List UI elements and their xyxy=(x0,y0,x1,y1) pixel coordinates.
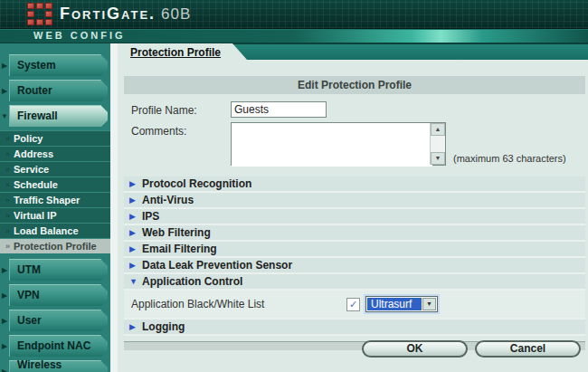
sidebar-item-router[interactable]: ▶ Router xyxy=(0,80,110,101)
sidebar-item-virtual-ip[interactable]: » Virtual IP xyxy=(0,207,110,223)
section-label: Anti-Virus xyxy=(142,194,194,206)
form-footer: OK Cancel xyxy=(124,340,585,364)
main-content: Protection Profile Edit Protection Profi… xyxy=(118,43,588,372)
submenu-item-label: Service xyxy=(14,164,49,175)
submenu-bullet-icon: » xyxy=(5,196,10,205)
triangle-right-icon: ▶ xyxy=(129,261,142,270)
section-anti-virus[interactable]: ▶ Anti-Virus xyxy=(124,193,585,209)
fortigate-web-config-window: FortiGate. 60B WEB CONFIG ▶ System ▶ Rou… xyxy=(0,0,588,372)
selected-option: Ultrasurf xyxy=(367,298,422,310)
sidebar-item-protection-profile[interactable]: » Protection Profile xyxy=(0,238,110,253)
section-label: Logging xyxy=(142,320,185,333)
application-blackwhite-list-label: Application Black/White List xyxy=(124,298,346,310)
submenu-item-label: Policy xyxy=(14,133,43,144)
section-label: Application Control xyxy=(142,275,242,288)
section-label: Email Filtering xyxy=(142,243,217,255)
dropdown-arrow-icon: ▼ xyxy=(422,298,436,310)
triangle-down-icon: ▼ xyxy=(129,277,142,286)
sidebar-item-vpn[interactable]: ▶ VPN xyxy=(0,284,110,306)
submenu-bullet-icon: » xyxy=(5,180,10,189)
checkmark-icon: ✓ xyxy=(349,299,357,310)
sidebar-item-endpoint-nac[interactable]: ▶ Endpoint NAC xyxy=(0,335,110,357)
submenu-bullet-icon: » xyxy=(5,134,10,143)
submenu-item-label: Load Balance xyxy=(14,225,79,236)
sidebar-item-policy[interactable]: » Policy xyxy=(0,130,110,146)
triangle-right-icon: ▶ xyxy=(129,244,142,253)
comments-max-note: (maximum 63 characters) xyxy=(453,153,566,166)
sidebar-item-label: User xyxy=(17,314,42,327)
sidebar-item-label: VPN xyxy=(17,289,40,301)
model-name: 60B xyxy=(161,5,191,24)
sidebar-item-label: System xyxy=(17,59,56,72)
section-email-filtering[interactable]: ▶ Email Filtering xyxy=(124,242,585,258)
application-list-select[interactable]: Ultrasurf ▼ xyxy=(365,296,438,312)
sidebar-item-label: Wireless Controller xyxy=(17,358,108,372)
sidebar-item-system[interactable]: ▶ System xyxy=(0,54,110,76)
comments-textarea[interactable] xyxy=(232,123,432,167)
tab-bar-fill xyxy=(232,43,588,60)
chevron-right-icon: ▶ xyxy=(0,54,9,76)
section-ips[interactable]: ▶ IPS xyxy=(124,209,585,225)
app-header: FortiGate. 60B xyxy=(0,0,588,29)
sidebar-item-user[interactable]: ▶ User xyxy=(0,310,110,331)
application-blackwhite-list-row: Application Black/White List ✓ Ultrasurf… xyxy=(124,291,585,320)
section-label: Web Filtering xyxy=(142,226,211,239)
sidebar-item-label: Firewall xyxy=(17,110,58,122)
tab-label: Protection Profile xyxy=(130,46,221,59)
sidebar-item-traffic-shaper[interactable]: » Traffic Shaper xyxy=(0,192,110,207)
triangle-right-icon: ▶ xyxy=(129,322,142,331)
section-label: IPS xyxy=(142,210,159,223)
section-data-leak-prevention[interactable]: ▶ Data Leak Prevention Sensor xyxy=(124,258,585,274)
cancel-button[interactable]: Cancel xyxy=(475,340,581,358)
sidebar-item-load-balance[interactable]: » Load Balance xyxy=(0,223,110,238)
textarea-scrollbar[interactable]: ▲ ▼ xyxy=(430,123,445,165)
chevron-right-icon: ▶ xyxy=(0,80,9,101)
sidebar-item-utm[interactable]: ▶ UTM xyxy=(0,259,110,281)
fortinet-logo-icon xyxy=(27,3,52,25)
submenu-bullet-icon: » xyxy=(5,211,10,220)
edit-panel: Edit Protection Profile Profile Name: Co… xyxy=(124,76,585,364)
submenu-item-label: Address xyxy=(14,148,53,159)
submenu-bullet-icon: » xyxy=(5,149,10,158)
section-protocol-recognition[interactable]: ▶ Protocol Recognition xyxy=(124,176,585,193)
brand-name: FortiGate. xyxy=(60,5,156,24)
chevron-right-icon: ▶ xyxy=(0,360,9,372)
sidebar-item-firewall[interactable]: ▼ Firewall xyxy=(0,105,110,127)
triangle-right-icon: ▶ xyxy=(129,212,142,221)
profile-name-input[interactable] xyxy=(231,101,327,118)
submenu-item-label: Protection Profile xyxy=(14,241,97,252)
submenu-item-label: Virtual IP xyxy=(14,210,56,221)
sidebar-nav: ▶ System ▶ Router ▼ Firewall » Policy » … xyxy=(0,43,110,372)
sidebar-item-address[interactable]: » Address xyxy=(0,146,110,161)
header-subtitle-band: WEB CONFIG xyxy=(0,29,588,43)
tab-protection-profile[interactable]: Protection Profile xyxy=(118,43,233,60)
tab-row: Protection Profile xyxy=(118,43,588,60)
section-logging[interactable]: ▶ Logging xyxy=(124,320,585,336)
chevron-right-icon: ▶ xyxy=(0,335,9,357)
submenu-bullet-icon: » xyxy=(5,226,10,235)
sidebar-item-label: Endpoint NAC xyxy=(17,339,90,352)
sidebar-item-schedule[interactable]: » Schedule xyxy=(0,176,110,192)
sidebar-item-service[interactable]: » Service xyxy=(0,161,110,176)
web-config-label: WEB CONFIG xyxy=(33,30,126,42)
comments-row: Comments: ▲ ▼ (maximum 63 characters) xyxy=(124,122,585,166)
chevron-down-icon: ▼ xyxy=(0,105,9,127)
scroll-up-icon[interactable]: ▲ xyxy=(431,123,445,136)
profile-name-label: Profile Name: xyxy=(124,101,231,118)
triangle-right-icon: ▶ xyxy=(129,228,142,237)
submenu-item-label: Schedule xyxy=(14,179,58,190)
ok-button[interactable]: OK xyxy=(362,340,468,358)
scroll-down-icon[interactable]: ▼ xyxy=(431,152,445,165)
submenu-bullet-icon: » xyxy=(5,165,10,174)
chevron-right-icon: ▶ xyxy=(0,310,9,331)
section-web-filtering[interactable]: ▶ Web Filtering xyxy=(124,225,585,242)
section-application-control[interactable]: ▼ Application Control xyxy=(124,274,585,291)
comments-textarea-wrap: ▲ ▼ xyxy=(231,122,446,166)
chevron-right-icon: ▶ xyxy=(0,284,9,306)
section-label: Data Leak Prevention Sensor xyxy=(142,259,292,272)
submenu-bullet-icon: » xyxy=(5,242,10,251)
sidebar-item-wireless-controller[interactable]: ▶ Wireless Controller xyxy=(0,360,110,372)
application-list-checkbox[interactable]: ✓ xyxy=(346,298,360,311)
sidebar-item-label: Router xyxy=(17,84,52,97)
section-label: Protocol Recognition xyxy=(142,177,251,190)
